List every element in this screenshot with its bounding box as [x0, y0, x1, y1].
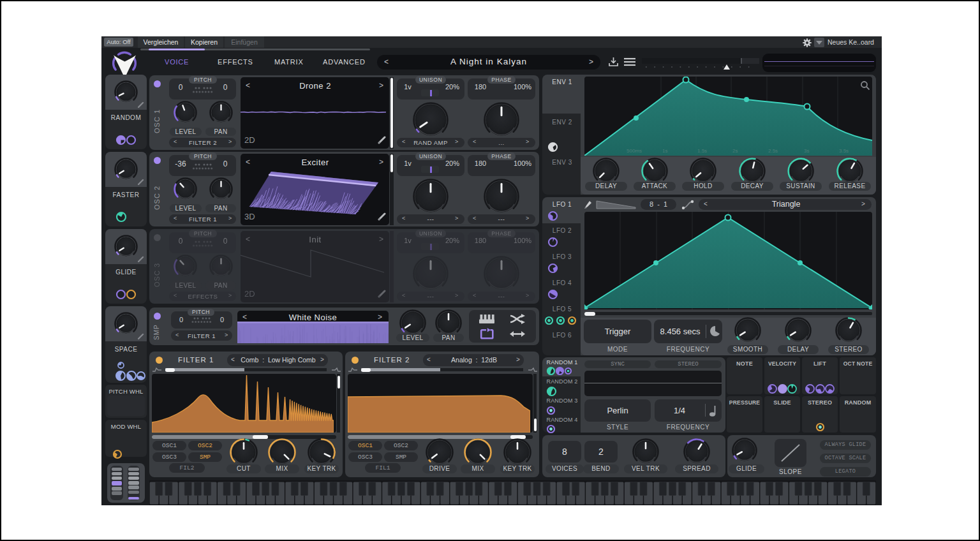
- svg-text:2s: 2s: [732, 148, 738, 154]
- svg-text:1.5s: 1.5s: [697, 148, 707, 154]
- svg-text:2.5s: 2.5s: [768, 148, 778, 154]
- svg-text:3s: 3s: [804, 148, 809, 154]
- svg-text:1s: 1s: [662, 148, 667, 154]
- svg-text:500ms: 500ms: [627, 148, 642, 154]
- svg-text:3.5s: 3.5s: [839, 148, 849, 154]
